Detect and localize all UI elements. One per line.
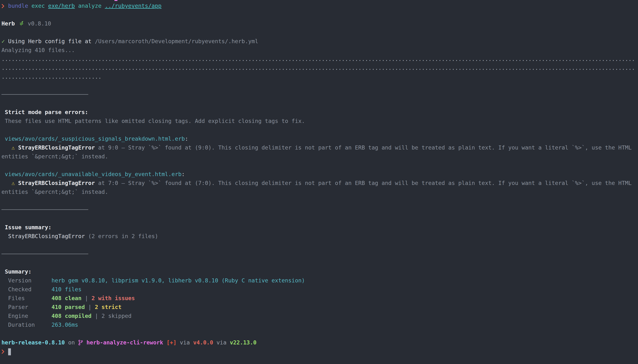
summary-row-version: Versionherb gem v0.8.10, libprism v1.9.0… bbox=[2, 276, 638, 285]
analyzing-line: Analyzing 410 files... bbox=[2, 46, 638, 55]
summary-separator: | bbox=[92, 313, 102, 319]
prompt-chevron-icon bbox=[2, 347, 8, 356]
divider: ────────────────────────── bbox=[2, 206, 88, 213]
section-title: Strict mode parse errors: bbox=[5, 109, 88, 115]
error-detail-wrap-line: entities `&percnt;&gt;` instead. bbox=[2, 152, 638, 161]
summary-value-issues: 2 with issues bbox=[92, 295, 135, 302]
blank-line bbox=[2, 356, 638, 364]
error-file-path: views/avo/cards/_unavailable_videos_by_e… bbox=[5, 171, 182, 178]
warning-icon: ⚠ bbox=[12, 179, 18, 188]
blank-line bbox=[2, 81, 638, 90]
error-file-colon: : bbox=[182, 171, 185, 178]
summary-row-engine: Engine408 compiled | 2 skipped bbox=[2, 312, 638, 320]
summary-value: herb gem v0.8.10, libprism v1.9.0, libhe… bbox=[52, 277, 305, 284]
app-header: Herbv0.8.10 bbox=[2, 19, 638, 28]
divider: ────────────────────────── bbox=[2, 251, 88, 257]
blank-line bbox=[2, 99, 638, 108]
error-file-line: views/avo/cards/_unavailable_videos_by_e… bbox=[2, 170, 638, 179]
summary-title: Summary: bbox=[2, 267, 638, 276]
summary-value-strict: 2 strict bbox=[95, 304, 122, 310]
issue-count: (2 errors in 2 files) bbox=[88, 233, 158, 240]
command-subcommand: exec bbox=[32, 2, 45, 9]
progress-dots: .............................. bbox=[2, 74, 102, 80]
blank-line bbox=[2, 258, 638, 267]
summary-label: Parser bbox=[8, 303, 52, 312]
progress-dots-line-2: ........................................… bbox=[2, 64, 638, 72]
progress-dots: ........................................… bbox=[2, 56, 635, 62]
strict-errors-subtitle: These files use HTML patterns like omitt… bbox=[2, 117, 638, 126]
git-status-badge: [+] bbox=[166, 339, 176, 346]
herb-leaf-icon bbox=[18, 20, 24, 27]
progress-dots-line-3: .............................. bbox=[2, 72, 638, 81]
config-line: ✓Using Herb config file at/Users/marcoro… bbox=[2, 37, 638, 46]
error-detail-wrap-line: entities `&percnt;&gt;` instead. bbox=[2, 188, 638, 196]
blank-line bbox=[2, 329, 638, 338]
summary-row-files: Files408 clean | 2 with issues bbox=[2, 294, 638, 303]
section-title: Issue summary: bbox=[5, 224, 52, 230]
issue-name: StrayERBClosingTagError bbox=[8, 233, 85, 240]
app-name: Herb bbox=[2, 20, 15, 27]
blank-line bbox=[2, 161, 638, 170]
summary-value-clean: 408 clean bbox=[52, 295, 82, 302]
summary-label: Files bbox=[8, 294, 52, 303]
error-name: StrayERBClosingTagError bbox=[18, 180, 95, 186]
app-version: v0.8.10 bbox=[28, 20, 51, 27]
directory-name: herb-release-0.8.10 bbox=[2, 339, 65, 346]
summary-label: Engine bbox=[8, 312, 52, 320]
summary-row-checked: Checked410 files bbox=[2, 285, 638, 294]
error-detail: at 7:0 – Stray `%>` found at (7:0). This… bbox=[95, 180, 632, 186]
summary-row-parser: Parser410 parsed | 2 strict bbox=[2, 303, 638, 312]
blank-line bbox=[2, 241, 638, 250]
blank-line bbox=[2, 10, 638, 19]
prompt-input-line[interactable] bbox=[2, 347, 638, 356]
summary-value-parsed: 410 parsed bbox=[52, 304, 85, 310]
issue-summary-title: Issue summary: bbox=[2, 223, 638, 232]
summary-value-compiled: 408 compiled bbox=[52, 313, 92, 319]
error-detail: at 9:0 – Stray `%>` found at (9:0). This… bbox=[95, 144, 632, 151]
git-status-line: herb-release-0.8.10onherb-analyze-cli-re… bbox=[2, 338, 638, 347]
summary-value: 410 files bbox=[52, 286, 82, 292]
text-cursor[interactable] bbox=[8, 348, 11, 355]
blank-line bbox=[2, 126, 638, 134]
summary-label: Checked bbox=[8, 285, 52, 294]
command-action: analyze bbox=[78, 2, 101, 9]
config-text: Using Herb config file at bbox=[8, 38, 92, 44]
divider-line: ────────────────────────── bbox=[2, 205, 638, 214]
command-target-path: ../rubyevents/app bbox=[105, 2, 162, 9]
config-path: /Users/marcoroth/Development/rubyevents/… bbox=[95, 38, 258, 44]
error-detail-line: ⚠StrayERBClosingTagError at 7:0 – Stray … bbox=[2, 179, 638, 188]
summary-label: Version bbox=[8, 276, 52, 285]
error-detail-continued: entities `&percnt;&gt;` instead. bbox=[2, 189, 108, 195]
error-detail-line: ⚠StrayERBClosingTagError at 9:0 – Stray … bbox=[2, 143, 638, 152]
error-file-colon: : bbox=[185, 136, 188, 142]
blank-line bbox=[2, 28, 638, 37]
divider: ────────────────────────── bbox=[2, 91, 88, 98]
progress-dots-line-1: ........................................… bbox=[2, 55, 638, 64]
divider-line: ────────────────────────── bbox=[2, 90, 638, 99]
summary-row-duration: Duration263.06ms bbox=[2, 320, 638, 329]
command-line: bundleexecexe/herbanalyze../rubyevents/a… bbox=[2, 2, 638, 10]
error-name: StrayERBClosingTagError bbox=[18, 144, 95, 151]
issue-summary-entry: StrayERBClosingTagError(2 errors in 2 fi… bbox=[2, 232, 638, 241]
via-word: via bbox=[216, 339, 226, 346]
summary-value-skipped: 2 skipped bbox=[102, 313, 132, 319]
error-file-path: views/avo/cards/_suspicious_signals_brea… bbox=[5, 136, 185, 142]
command-binary-path: exe/herb bbox=[48, 2, 75, 9]
terminal[interactable]: bundleexecexe/herbanalyze../rubyevents/a… bbox=[0, 0, 638, 364]
blank-line bbox=[2, 196, 638, 205]
error-file-line: views/avo/cards/_suspicious_signals_brea… bbox=[2, 134, 638, 143]
via-word: via bbox=[180, 339, 190, 346]
divider-line: ────────────────────────── bbox=[2, 250, 638, 258]
blank-line bbox=[2, 214, 638, 223]
check-icon: ✓ bbox=[2, 37, 8, 46]
error-detail-continued: entities `&percnt;&gt;` instead. bbox=[2, 153, 108, 160]
section-subtitle: These files use HTML patterns like omitt… bbox=[5, 118, 305, 124]
section-title: Summary: bbox=[5, 268, 32, 275]
ruby-version: v4.0.0 bbox=[193, 339, 213, 346]
previous-line-artifact bbox=[114, 0, 118, 1]
warning-icon: ⚠ bbox=[12, 143, 18, 152]
analyzing-label: Analyzing 410 files... bbox=[2, 47, 75, 53]
command-program: bundle bbox=[8, 2, 28, 9]
on-word: on bbox=[68, 339, 75, 346]
summary-value: 263.06ms bbox=[52, 322, 78, 328]
